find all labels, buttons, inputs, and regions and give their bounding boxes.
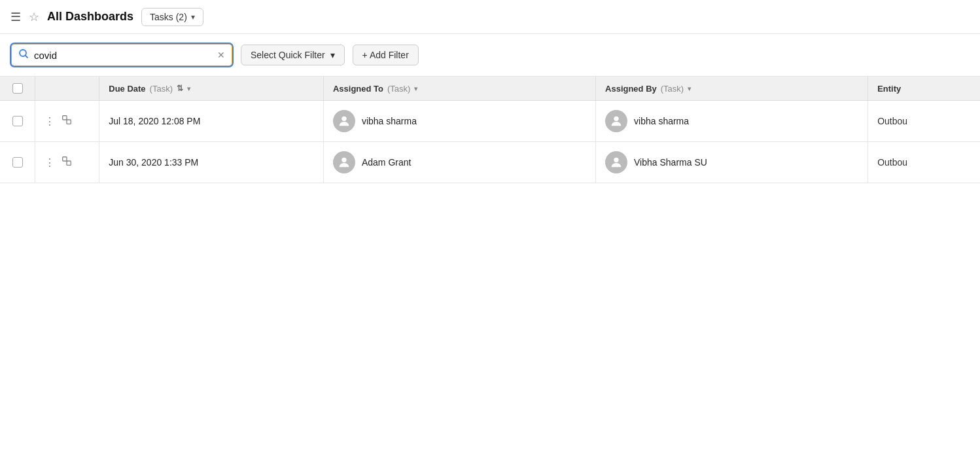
row2-entity: Outbou [868,142,980,183]
quick-filter-chevron-icon: ▾ [330,50,335,60]
svg-rect-8 [67,161,71,165]
sort-icon[interactable]: ⇅ [177,84,183,93]
col-duedate-sub: (Task) [150,84,173,94]
filter-arrow-duedate-icon[interactable]: ▾ [187,85,190,92]
filter-arrow-assignedto-icon[interactable]: ▾ [414,85,417,92]
svg-rect-7 [63,157,67,161]
svg-point-10 [341,158,346,162]
row2-assignedto: Adam Grant [323,142,595,183]
col-header-actions [35,77,99,101]
row1-more-options-icon[interactable]: ⋮ [44,115,56,128]
row2-checkbox[interactable] [12,157,23,168]
row1-checkbox[interactable] [12,116,23,126]
col-header-duedate: Due Date (Task) ⇅ ▾ [99,77,324,101]
col-entity-label: Entity [877,84,901,94]
search-box: ✕ [10,43,233,67]
col-assignedto-label: Assigned To [333,84,383,94]
row2-link-icon[interactable] [61,155,73,170]
select-all-checkbox[interactable] [12,83,23,94]
row1-assignedby-avatar [605,110,627,132]
search-input[interactable] [34,50,212,61]
row2-duedate: Jun 30, 2020 1:33 PM [99,142,324,183]
col-header-assignedto: Assigned To (Task) ▾ [323,77,595,101]
clear-icon[interactable]: ✕ [217,50,225,60]
row1-check-cell [0,101,35,142]
tasks-button[interactable]: Tasks (2) ▾ [141,8,203,26]
row1-duedate: Jul 18, 2020 12:08 PM [99,101,324,142]
tasks-label: Tasks (2) [150,12,187,22]
row1-assignedto-avatar [333,110,355,132]
svg-point-11 [614,158,618,162]
tasks-chevron-icon: ▾ [191,12,195,22]
svg-line-1 [26,56,28,58]
data-table: Due Date (Task) ⇅ ▾ Assigned To (Task) ▾ [0,77,980,183]
menu-icon[interactable]: ☰ [10,10,21,24]
col-header-assignedby: Assigned By (Task) ▾ [596,77,868,101]
quick-filter-button[interactable]: Select Quick Filter ▾ [241,45,345,65]
quick-filter-label: Select Quick Filter [251,50,325,60]
row1-assignedby: vibha sharma [596,101,868,142]
row1-assignedto-name: vibha sharma [362,116,417,126]
row1-actions-cell: ⋮ [35,101,99,142]
row2-assignedby-name: Vibha Sharma SU [634,157,707,168]
svg-rect-3 [67,120,71,124]
table-header-row: Due Date (Task) ⇅ ▾ Assigned To (Task) ▾ [0,77,980,101]
top-bar: ☰ ☆ All Dashboards Tasks (2) ▾ [0,0,980,34]
row2-more-options-icon[interactable]: ⋮ [44,156,56,169]
add-filter-label: + Add Filter [362,50,409,60]
col-assignedby-label: Assigned By [605,84,657,94]
page-title: All Dashboards [47,10,133,24]
row1-assignedto: vibha sharma [323,101,595,142]
row2-assignedby-avatar [605,151,627,173]
row2-assignedto-avatar [333,151,355,173]
col-assignedto-sub: (Task) [387,84,410,94]
svg-point-5 [341,117,346,121]
row1-link-icon[interactable] [61,114,73,128]
row2-check-cell [0,142,35,183]
col-header-check [0,77,35,101]
row2-actions-cell: ⋮ [35,142,99,183]
row2-assignedby: Vibha Sharma SU [596,142,868,183]
col-header-entity: Entity [868,77,980,101]
table-row: ⋮ Jun 30, 2020 1:33 PM [0,142,980,183]
table-row: ⋮ Jul 18, 2020 12:08 PM [0,101,980,142]
col-assignedby-sub: (Task) [661,84,684,94]
row2-assignedto-name: Adam Grant [362,157,411,168]
row1-assignedby-name: vibha sharma [634,116,689,126]
svg-point-6 [614,117,618,121]
col-duedate-label: Due Date [109,84,145,94]
filter-bar: ✕ Select Quick Filter ▾ + Add Filter [0,34,980,77]
add-filter-button[interactable]: + Add Filter [353,45,419,65]
row1-entity: Outbou [868,101,980,142]
star-icon[interactable]: ☆ [29,10,39,24]
search-icon [18,48,29,62]
svg-rect-2 [63,116,67,120]
filter-arrow-assignedby-icon[interactable]: ▾ [688,85,691,92]
